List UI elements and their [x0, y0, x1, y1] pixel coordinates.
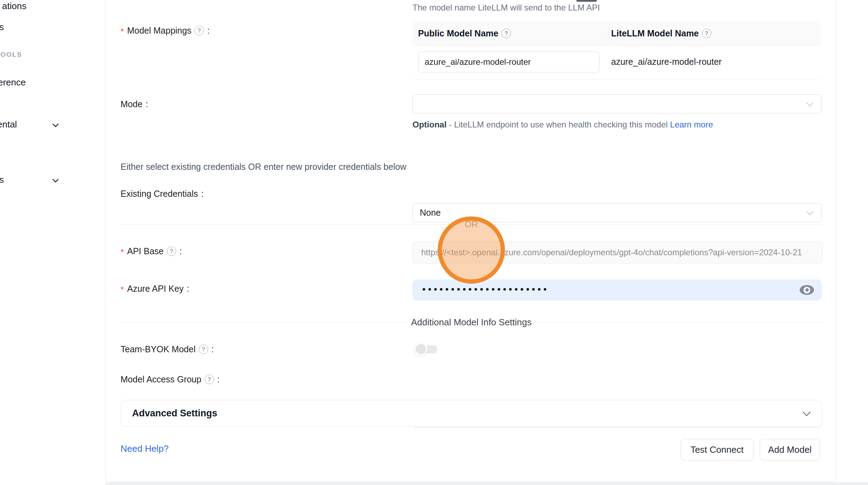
existing-credentials-label-text: Existing Credentials — [121, 189, 198, 199]
eye-icon-pupil — [805, 288, 809, 292]
label-colon: : — [211, 344, 214, 354]
column-public-model-name: Public Model Name ? — [418, 28, 511, 39]
click-highlight-circle — [438, 216, 505, 284]
label-colon: : — [207, 26, 210, 36]
sidebar-item-inference[interactable]: erence — [0, 77, 26, 88]
mappings-table-bottom-border — [412, 79, 821, 80]
cropped-content-fragment — [576, 0, 597, 2]
model-mappings-label-text: Model Mappings — [127, 26, 191, 36]
mode-hint: Optional - LiteLLM endpoint to use when … — [412, 118, 721, 132]
label-colon: : — [217, 374, 220, 384]
model-access-group-label-text: Model Access Group — [121, 374, 201, 384]
section-divider-line-right — [536, 322, 822, 323]
api-base-label: * API Base ? : — [121, 246, 182, 256]
chevron-down-icon — [806, 99, 813, 106]
model-mappings-label: * Model Mappings ? : — [121, 26, 210, 36]
api-base-label-text: API Base — [127, 246, 164, 256]
help-question-icon[interactable]: ? — [205, 375, 214, 384]
sidebar-section-tools: TOOLS — [0, 51, 22, 58]
existing-credentials-label: Existing Credentials : — [121, 189, 204, 199]
mode-label-text: Mode — [121, 99, 143, 109]
label-colon: : — [146, 99, 148, 109]
required-marker: * — [121, 27, 124, 37]
help-question-icon[interactable]: ? — [501, 29, 511, 38]
section-divider-line-left — [121, 322, 407, 323]
team-byok-label: Team-BYOK Model ? : — [121, 344, 214, 354]
column-label: LiteLLM Model Name — [611, 28, 699, 39]
section-divider-text: Additional Model Info Settings — [411, 317, 532, 328]
mappings-column-divider — [608, 27, 608, 41]
required-marker: * — [121, 247, 124, 257]
eye-icon-ring — [804, 287, 810, 293]
toggle-knob — [414, 342, 428, 356]
label-colon: : — [201, 189, 204, 199]
help-question-icon[interactable]: ? — [167, 247, 176, 256]
model-access-group-label: Model Access Group ? : — [121, 374, 220, 384]
required-marker: * — [121, 285, 124, 295]
public-model-name-input[interactable] — [418, 51, 600, 72]
chevron-down-icon[interactable] — [52, 121, 59, 127]
page-background-strip — [0, 482, 868, 485]
sidebar-item-settings[interactable]: s — [0, 174, 4, 185]
help-question-icon[interactable]: ? — [194, 26, 204, 35]
column-litellm-model-name: LiteLLM Model Name ? — [611, 28, 711, 39]
learn-more-link[interactable]: Learn more — [670, 120, 713, 129]
or-divider-line-right — [488, 224, 822, 224]
test-connect-button[interactable]: Test Connect — [681, 439, 753, 460]
chevron-down-icon — [803, 408, 811, 416]
label-colon: : — [179, 246, 182, 256]
sidebar-item-experimental[interactable]: ental — [0, 119, 17, 130]
mode-hint-text: - LiteLLM endpoint to use when health ch… — [446, 120, 670, 129]
eye-icon[interactable] — [800, 285, 814, 295]
sidebar-item[interactable]: s — [0, 22, 4, 33]
advanced-settings-panel[interactable]: Advanced Settings — [121, 400, 822, 427]
mode-label: Mode : — [121, 99, 148, 109]
model-name-hint: The model name LiteLLM will send to the … — [412, 3, 600, 13]
chevron-down-icon[interactable] — [52, 176, 59, 182]
azure-api-key-label-text: Azure API Key — [127, 284, 184, 294]
help-question-icon[interactable]: ? — [702, 29, 711, 38]
advanced-settings-label: Advanced Settings — [132, 408, 217, 419]
sidebar-item-organizations[interactable]: ations — [2, 1, 26, 12]
add-model-button[interactable]: Add Model — [760, 439, 820, 460]
azure-api-key-label: * Azure API Key : — [121, 284, 189, 294]
mode-hint-bold: Optional — [412, 120, 446, 129]
litellm-model-name-value: azure_ai/azure-model-router — [611, 57, 722, 67]
team-byok-label-text: Team-BYOK Model — [121, 344, 196, 354]
masked-api-key: •••••••••••••••••••••• — [422, 284, 549, 295]
team-byok-toggle[interactable] — [414, 342, 439, 356]
credentials-note: Either select existing credentials OR en… — [121, 162, 406, 172]
chevron-down-icon — [806, 208, 813, 215]
sidebar: ations s TOOLS erence ental s — [0, 0, 105, 485]
need-help-link[interactable]: Need Help? — [121, 443, 169, 454]
or-divider-line-left — [121, 224, 454, 224]
column-label: Public Model Name — [418, 28, 498, 39]
mode-select[interactable] — [412, 94, 822, 113]
help-question-icon[interactable]: ? — [199, 345, 208, 354]
existing-credentials-value: None — [420, 208, 441, 218]
label-colon: : — [187, 284, 189, 294]
